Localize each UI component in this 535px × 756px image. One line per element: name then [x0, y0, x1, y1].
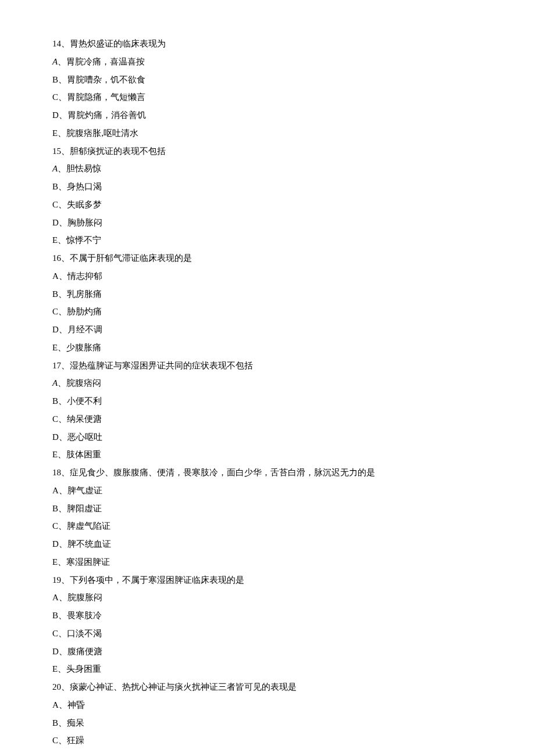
question-text: 不属于肝郁气滞证临床表现的是: [70, 253, 192, 263]
separator: 、: [61, 146, 70, 156]
option-text: 胃脘灼痛，消谷善饥: [67, 110, 146, 120]
separator: 、: [58, 378, 66, 388]
separator: 、: [58, 57, 66, 66]
option-text: 乳房胀痛: [67, 289, 102, 299]
option-label: B: [52, 182, 58, 191]
option-line: A、神昏: [52, 696, 483, 714]
option-text: 头身困重: [66, 664, 101, 673]
option-line: D、脾不统血证: [52, 535, 483, 553]
option-label: C: [52, 629, 58, 638]
option-text: 胃脘隐痛，气短懒言: [67, 92, 145, 102]
question-number: 16: [52, 253, 61, 263]
option-line: A、胃脘冷痛，喜温喜按: [52, 53, 483, 71]
question-number: 15: [52, 146, 61, 156]
option-label: D: [52, 539, 59, 549]
option-text: 腹痛便溏: [67, 647, 102, 656]
option-label: C: [52, 92, 58, 102]
separator: 、: [58, 200, 67, 209]
question-stem: 18、症见食少、腹胀腹痛、便清，畏寒肢冷，面白少华，舌苔白滑，脉沉迟无力的是: [52, 464, 483, 482]
separator: 、: [58, 414, 67, 424]
option-text: 纳呆便溏: [67, 414, 102, 424]
option-text: 口淡不渴: [67, 629, 102, 638]
option-line: D、胸胁胀闷: [52, 214, 483, 232]
option-line: E、惊悸不宁: [52, 231, 483, 249]
question-number: 20: [52, 682, 61, 691]
separator: 、: [59, 218, 67, 227]
option-label: B: [52, 504, 58, 513]
option-text: 胆怯易惊: [66, 164, 101, 173]
separator: 、: [61, 575, 70, 585]
option-line: B、身热口渴: [52, 178, 483, 196]
option-text: 脾虚气陷证: [67, 521, 110, 531]
option-label: C: [52, 200, 58, 209]
option-line: A、胆怯易惊: [52, 160, 483, 178]
option-line: A、脘腹胀闷: [52, 589, 483, 607]
option-line: D、胃脘灼痛，消谷善饥: [52, 106, 483, 124]
option-line: C、纳呆便溏: [52, 410, 483, 428]
option-line: E、寒湿困脾证: [52, 553, 483, 571]
option-text: 神昏: [67, 700, 85, 710]
option-label: D: [52, 325, 59, 334]
separator: 、: [58, 629, 67, 638]
question-number: 17: [52, 361, 61, 370]
option-line: C、胁肋灼痛: [52, 303, 483, 321]
separator: 、: [58, 289, 67, 299]
separator: 、: [59, 486, 67, 495]
option-label: B: [52, 75, 58, 84]
option-label: E: [52, 128, 58, 138]
option-label: A: [52, 593, 59, 602]
option-text: 脾不统血证: [67, 539, 111, 549]
question-text: 胆郁痰扰证的表现不包括: [70, 146, 166, 156]
option-label: A: [52, 700, 59, 710]
separator: 、: [58, 557, 66, 567]
question-stem: 15、胆郁痰扰证的表现不包括: [52, 142, 483, 160]
separator: 、: [58, 92, 67, 102]
option-text: 寒湿困脾证: [66, 557, 110, 567]
option-line: B、胃脘嘈杂，饥不欲食: [52, 71, 483, 89]
option-line: C、胃脘隐痛，气短懒言: [52, 88, 483, 106]
separator: 、: [58, 182, 67, 191]
separator: 、: [59, 325, 67, 334]
separator: 、: [58, 504, 67, 513]
question-number: 19: [52, 575, 61, 585]
option-text: 脾阳虚证: [67, 504, 102, 513]
separator: 、: [59, 647, 67, 656]
option-text: 脘腹胀闷: [67, 593, 102, 602]
option-line: E、少腹胀痛: [52, 339, 483, 357]
option-label: B: [52, 718, 58, 728]
option-line: C、脾虚气陷证: [52, 517, 483, 535]
separator: 、: [58, 75, 67, 84]
option-line: B、痴呆: [52, 714, 483, 732]
option-text: 畏寒肢冷: [67, 611, 102, 620]
option-text: 痴呆: [67, 718, 84, 728]
option-line: C、失眠多梦: [52, 196, 483, 214]
option-label: A: [52, 271, 59, 281]
option-text: 狂躁: [67, 736, 84, 745]
option-line: A、脘腹痞闷: [52, 374, 483, 392]
option-label: E: [52, 343, 58, 352]
option-label: B: [52, 611, 58, 620]
option-label: A: [52, 57, 58, 66]
separator: 、: [58, 235, 66, 245]
option-line: E、脘腹痞胀,呕吐清水: [52, 124, 483, 142]
separator: 、: [59, 110, 67, 120]
option-label: D: [52, 647, 59, 656]
question-stem: 17、湿热蕴脾证与寒湿困畀证共同的症状表现不包括: [52, 357, 483, 375]
separator: 、: [58, 450, 66, 459]
option-text: 胸胁胀闷: [67, 218, 102, 227]
question-text: 痰蒙心神证、热扰心神证与痰火扰神证三者皆可见的表现是: [70, 682, 297, 691]
option-text: 少腹胀痛: [66, 343, 101, 352]
separator: 、: [58, 718, 67, 728]
option-line: D、恶心呕吐: [52, 428, 483, 446]
document-body: 14、胃热炽盛证的临床表现为A、胃脘冷痛，喜温喜按B、胃脘嘈杂，饥不欲食C、胃脘…: [52, 35, 483, 750]
question-number: 18: [52, 468, 61, 477]
separator: 、: [59, 432, 67, 442]
separator: 、: [59, 271, 67, 281]
option-label: E: [52, 235, 58, 245]
separator: 、: [58, 736, 67, 745]
option-label: E: [52, 450, 58, 459]
separator: 、: [58, 164, 66, 173]
option-label: C: [52, 307, 58, 316]
option-label: D: [52, 110, 59, 120]
option-text: 月经不调: [67, 325, 102, 334]
